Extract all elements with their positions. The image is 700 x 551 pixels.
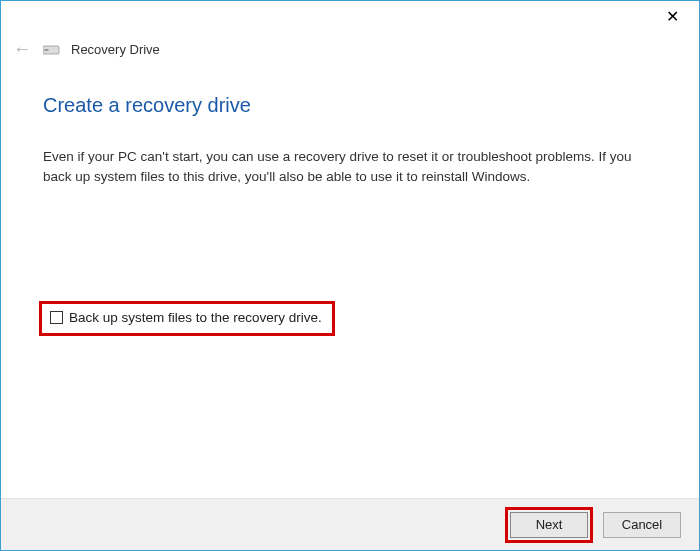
- cancel-button[interactable]: Cancel: [603, 512, 681, 538]
- window-title: Recovery Drive: [71, 42, 160, 57]
- backup-checkbox-row[interactable]: Back up system files to the recovery dri…: [39, 301, 335, 336]
- back-arrow-icon[interactable]: ←: [11, 39, 33, 60]
- backup-checkbox-label: Back up system files to the recovery dri…: [69, 310, 322, 325]
- drive-icon: [43, 44, 61, 56]
- footer: Next Cancel: [1, 498, 699, 550]
- page-heading: Create a recovery drive: [43, 94, 657, 117]
- header: ← Recovery Drive: [1, 31, 699, 60]
- next-button[interactable]: Next: [510, 512, 588, 538]
- close-icon[interactable]: ✕: [657, 1, 687, 31]
- next-button-highlight: Next: [505, 507, 593, 543]
- backup-checkbox[interactable]: [50, 311, 63, 324]
- svg-rect-1: [45, 49, 49, 51]
- description-text: Even if your PC can't start, you can use…: [43, 147, 633, 186]
